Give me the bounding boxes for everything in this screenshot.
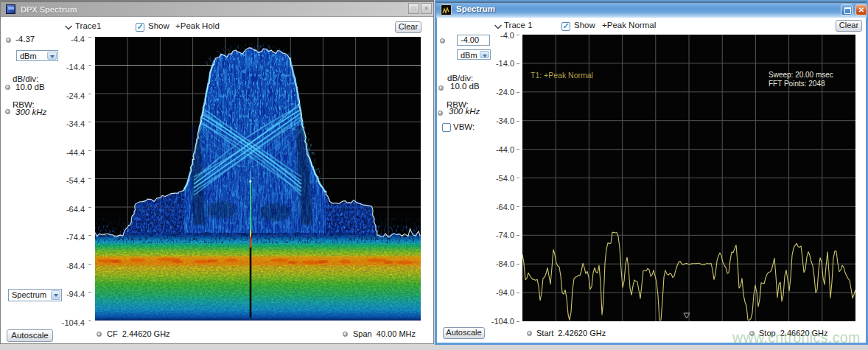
svg-text:T1: +Peak Normal: T1: +Peak Normal (531, 71, 593, 80)
svg-text:Sweep: 20.00 msec: Sweep: 20.00 msec (769, 71, 833, 79)
svg-text:FFT Points: 2048: FFT Points: 2048 (769, 80, 825, 88)
